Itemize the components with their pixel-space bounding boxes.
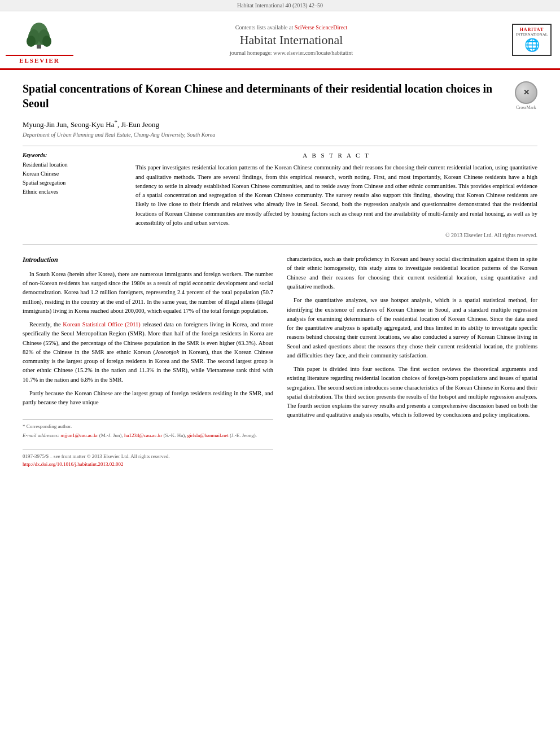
author-skha: Seong-Kyu Ha*,: [71, 120, 121, 129]
bottom-info: 0197-3975/$ – see front matter © 2013 El…: [23, 449, 273, 469]
email-skha[interactable]: ha1234@cau.ac.kr: [124, 433, 162, 438]
footnote-area: * Corresponding author. E-mail addresses…: [23, 419, 273, 440]
keyword-3: Spatial segregation: [23, 178, 124, 187]
keywords-col: Keywords: Residential location Korean Ch…: [23, 152, 124, 238]
issn-line: 0197-3975/$ – see front matter © 2013 El…: [23, 453, 273, 461]
doi-line: http://dx.doi.org/10.1016/j.habitatint.2…: [23, 461, 273, 469]
svg-point-5: [42, 36, 51, 47]
body-para-r3: This paper is divided into four sections…: [287, 365, 537, 420]
keywords-label: Keywords:: [23, 152, 124, 158]
abstract-text: This paper investigates residential loca…: [135, 163, 537, 228]
author-jjeong: Ji-Eun Jeong: [121, 120, 159, 129]
footnote-emails: E-mail addresses: mjjun1@cau.ac.kr (M.-J…: [23, 432, 273, 440]
body-para-2: Recently, the Korean Statistical Office …: [23, 320, 273, 385]
keywords-abstract-row: Keywords: Residential location Korean Ch…: [23, 152, 537, 238]
keywords-list: Residential location Korean Chinese Spat…: [23, 160, 124, 196]
body-columns: Introduction In South Korea (herein afte…: [23, 255, 537, 469]
elsevier-logo: ELSEVIER: [6, 16, 73, 64]
body-col-left: Introduction In South Korea (herein afte…: [23, 255, 273, 469]
author-mjjun: Myung-Jin Jun,: [23, 120, 71, 129]
body-para-3: Partly because the Korean Chinese are th…: [23, 389, 273, 408]
habitat-logo: HABITAT INTERNATIONAL 🌐: [509, 24, 554, 56]
keyword-4: Ethnic enclaves: [23, 187, 124, 196]
divider-2: [23, 244, 537, 244]
footnote-corresponding: * Corresponding author.: [23, 423, 273, 431]
abstract-heading: A B S T R A C T: [135, 152, 537, 159]
divider-1: [23, 146, 537, 146]
homepage-url: journal homepage: www.elsevier.com/locat…: [73, 50, 509, 56]
crossmark-icon: ✕: [515, 81, 537, 104]
crossmark-label: CrossMark: [515, 105, 537, 110]
statistical-office-link[interactable]: Korean Statistical Office (2011): [63, 321, 140, 327]
abstract-col: A B S T R A C T This paper investigates …: [135, 152, 537, 238]
journal-citation-bar: Habitat International 40 (2013) 42–50: [0, 0, 560, 11]
crossmark-logo: ✕ CrossMark: [515, 81, 537, 110]
elsevier-tree-icon: [6, 16, 73, 53]
authors-line: Myung-Jin Jun, Seong-Kyu Ha*, Ji-Eun Jeo…: [23, 119, 537, 129]
body-para-r1: characteristics, such as their proficien…: [287, 255, 537, 291]
habitat-subtitle: INTERNATIONAL: [515, 32, 548, 37]
sciverse-text: Contents lists available at SciVerse Sci…: [73, 24, 509, 30]
keyword-1: Residential location: [23, 160, 124, 169]
paper-content: Spatial concentrations of Korean Chinese…: [0, 70, 560, 480]
paper-title: Spatial concentrations of Korean Chinese…: [23, 81, 504, 111]
elsevier-brand-text: ELSEVIER: [6, 55, 73, 64]
email-mjjun[interactable]: mjjun1@cau.ac.kr: [60, 433, 98, 438]
journal-center: Contents lists available at SciVerse Sci…: [73, 24, 509, 56]
svg-point-4: [27, 36, 36, 47]
journal-citation: Habitat International 40 (2013) 42–50: [237, 2, 323, 8]
body-para-1: In South Korea (herein after Korea), the…: [23, 270, 273, 316]
keyword-2: Korean Chinese: [23, 169, 124, 178]
journal-header: ELSEVIER Contents lists available at Sci…: [0, 11, 560, 70]
copyright-line: © 2013 Elsevier Ltd. All rights reserved…: [135, 232, 537, 238]
affiliation: Department of Urban Planning and Real Es…: [23, 132, 537, 138]
sciverse-link[interactable]: SciVerse ScienceDirect: [295, 24, 348, 30]
body-para-r2: For the quantitative analyzes, we use ho…: [287, 296, 537, 360]
doi-link[interactable]: http://dx.doi.org/10.1016/j.habitatint.2…: [23, 461, 124, 467]
journal-title: Habitat International: [73, 33, 509, 47]
habitat-globe-icon: 🌐: [515, 38, 548, 53]
paper-title-section: Spatial concentrations of Korean Chinese…: [23, 81, 537, 111]
email-jjeong[interactable]: girlsla@hanmail.net: [187, 433, 229, 438]
body-col-right: characteristics, such as their proficien…: [287, 255, 537, 469]
habitat-brand: HABITAT: [515, 27, 548, 32]
intro-heading: Introduction: [23, 255, 273, 265]
